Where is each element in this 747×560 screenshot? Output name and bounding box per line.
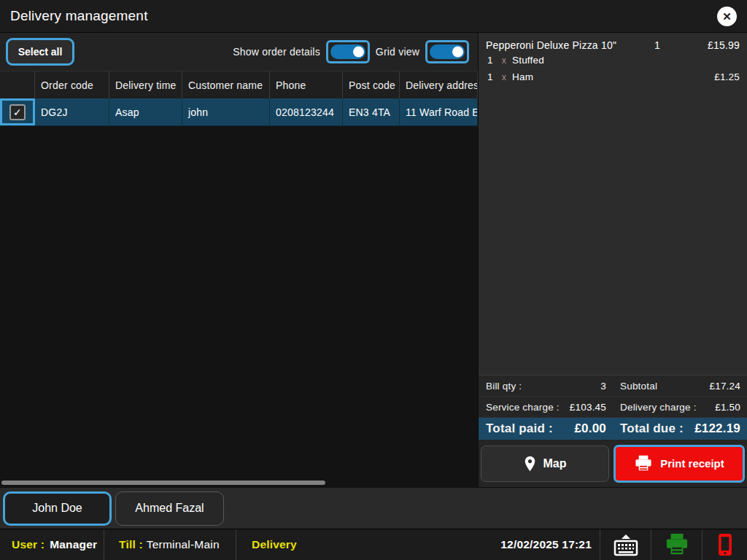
orders-region: Select all Show order details Grid view … bbox=[0, 33, 478, 487]
total-due-value: £122.19 bbox=[694, 421, 747, 436]
delivery-management-window: Delivery management ✕ Select all Show or… bbox=[0, 0, 747, 560]
modifier-name: Stuffed bbox=[512, 55, 694, 66]
totals-row: Bill qty : 3 Subtotal £17.24 bbox=[479, 376, 747, 397]
item-qty: 1 bbox=[654, 39, 694, 51]
order-item[interactable]: Pepperoni Deluxe Pizza 10" 1 £15.99 bbox=[479, 36, 747, 52]
row-checkbox[interactable]: ✓ bbox=[9, 104, 26, 120]
panel-actions: Map Print receipt bbox=[479, 440, 747, 487]
header-delivery-time: Delivery time bbox=[109, 71, 182, 98]
modifier-times: x bbox=[496, 55, 512, 66]
item-name: Pepperoni Deluxe Pizza 10" bbox=[486, 39, 654, 51]
header-checkbox-column bbox=[0, 71, 35, 98]
cell-post-code: EN3 4TA bbox=[343, 98, 400, 125]
service-charge-label: Service charge : bbox=[479, 402, 560, 413]
service-charge-value: £103.45 bbox=[570, 402, 613, 413]
print-receipt-button[interactable]: Print receipt bbox=[614, 445, 745, 483]
show-order-details-toggle[interactable] bbox=[326, 40, 370, 63]
subtotal-value: £17.24 bbox=[710, 381, 747, 392]
user-value: Manager bbox=[50, 538, 97, 551]
order-totals: Bill qty : 3 Subtotal £17.24 Service cha… bbox=[479, 375, 747, 418]
subtotal-label: Subtotal bbox=[613, 381, 657, 392]
header-order-code: Order code bbox=[35, 71, 109, 98]
cell-customer-name: john bbox=[182, 98, 270, 125]
staff-strip: John Doe Ahmed Fazal bbox=[0, 487, 747, 529]
item-modifier: 1 x Ham £1.25 bbox=[479, 69, 747, 86]
print-receipt-label: Print receipt bbox=[660, 457, 724, 470]
printer-status-icon bbox=[665, 533, 689, 556]
close-button[interactable]: ✕ bbox=[717, 7, 737, 26]
item-modifier: 1 x Stuffed bbox=[479, 52, 747, 69]
orders-toolbar: Select all Show order details Grid view bbox=[0, 33, 478, 71]
bill-qty-value: 3 bbox=[600, 381, 613, 392]
toggle-knob bbox=[353, 47, 364, 58]
staff-button-john-doe[interactable]: John Doe bbox=[3, 491, 112, 526]
title-bar: Delivery management ✕ bbox=[0, 0, 747, 33]
map-button-label: Map bbox=[543, 457, 567, 470]
select-all-button[interactable]: Select all bbox=[6, 38, 74, 66]
orders-table: Order code Delivery time Customer name P… bbox=[0, 71, 478, 126]
delivery-charge-label: Delivery charge : bbox=[613, 402, 697, 413]
header-post-code: Post code bbox=[343, 71, 400, 98]
totals-row: Service charge : £103.45 Delivery charge… bbox=[479, 397, 747, 418]
order-details-panel: Pepperoni Deluxe Pizza 10" 1 £15.99 1 x … bbox=[478, 33, 747, 487]
header-customer-name: Customer name bbox=[182, 71, 270, 98]
horizontal-scrollbar[interactable] bbox=[0, 478, 478, 487]
status-bar: User : Manager Till : Terminal-Main Deli… bbox=[0, 529, 747, 560]
toggle-track bbox=[430, 44, 465, 59]
header-delivery-address: Delivery address bbox=[400, 71, 478, 98]
modifier-times: x bbox=[496, 72, 512, 82]
close-icon: ✕ bbox=[722, 11, 732, 22]
modifier-qty: 1 bbox=[487, 71, 496, 82]
order-items-list: Pepperoni Deluxe Pizza 10" 1 £15.99 1 x … bbox=[479, 33, 747, 375]
toggle-track bbox=[330, 44, 365, 59]
total-paid-label: Total paid : bbox=[479, 421, 553, 436]
map-pin-icon bbox=[524, 455, 536, 472]
modifier-price: £1.25 bbox=[694, 71, 740, 82]
datetime-label: 12/02/2025 17:21 bbox=[500, 538, 600, 551]
status-user: User : Manager bbox=[0, 529, 104, 560]
total-due-label: Total due : bbox=[613, 421, 684, 436]
table-empty-area bbox=[0, 126, 478, 478]
cell-delivery-address: 11 Warf Road EN bbox=[400, 98, 478, 125]
cell-order-code: DG2J bbox=[35, 98, 109, 125]
table-row[interactable]: ✓ DG2J Asap john 0208123244 EN3 4TA 11 W… bbox=[0, 98, 478, 126]
page-title: Delivery management bbox=[10, 8, 148, 24]
modifier-name: Ham bbox=[512, 71, 694, 82]
grid-view-label: Grid view bbox=[376, 46, 419, 58]
grid-view-toggle[interactable] bbox=[425, 40, 469, 63]
status-mode: Delivery 12/02/2025 17:21 bbox=[236, 529, 600, 560]
mobile-phone-icon bbox=[717, 533, 733, 556]
mode-label: Delivery bbox=[252, 538, 297, 551]
printer-status-button[interactable] bbox=[651, 529, 703, 560]
item-price: £15.99 bbox=[694, 39, 740, 51]
map-button[interactable]: Map bbox=[481, 446, 609, 482]
staff-button-ahmed-fazal[interactable]: Ahmed Fazal bbox=[115, 491, 224, 526]
modifier-qty: 1 bbox=[487, 55, 496, 66]
show-order-details-label: Show order details bbox=[233, 46, 320, 58]
till-label: Till : bbox=[119, 538, 143, 551]
toolbar-toggles: Show order details Grid view bbox=[233, 40, 472, 63]
cell-phone: 0208123244 bbox=[270, 98, 343, 125]
table-header-row: Order code Delivery time Customer name P… bbox=[0, 71, 478, 98]
grand-total-row: Total paid : £0.00 Total due : £122.19 bbox=[479, 418, 747, 440]
user-label: User : bbox=[12, 538, 44, 551]
row-checkbox-cell: ✓ bbox=[0, 98, 35, 125]
cell-delivery-time: Asap bbox=[109, 98, 182, 125]
mobile-phone-status-button[interactable] bbox=[703, 529, 747, 560]
keyboard-icon bbox=[613, 532, 639, 557]
delivery-charge-value: £1.50 bbox=[715, 402, 747, 413]
till-value: Terminal-Main bbox=[147, 538, 220, 551]
header-phone: Phone bbox=[270, 71, 343, 98]
toggle-knob bbox=[452, 47, 463, 58]
keyboard-toggle-button[interactable] bbox=[600, 529, 651, 560]
scrollbar-thumb[interactable] bbox=[1, 481, 325, 485]
printer-icon bbox=[634, 455, 653, 472]
status-till: Till : Terminal-Main bbox=[104, 529, 236, 560]
total-paid-value: £0.00 bbox=[574, 421, 613, 436]
bill-qty-label: Bill qty : bbox=[479, 381, 522, 392]
